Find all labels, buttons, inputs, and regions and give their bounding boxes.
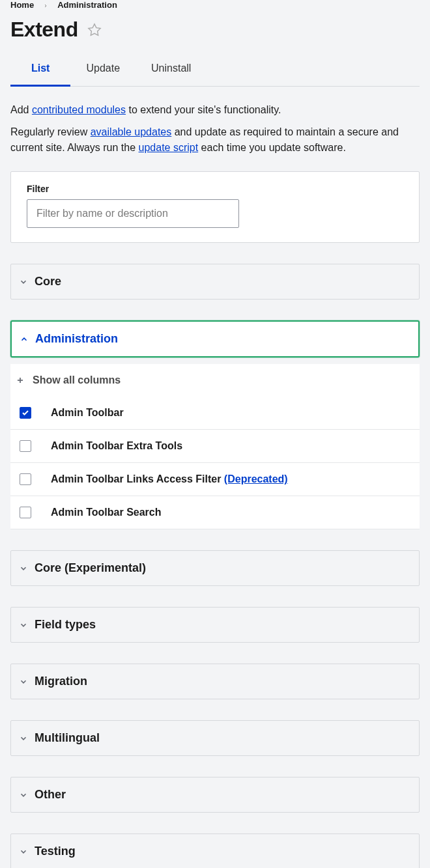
tab-list[interactable]: List	[10, 53, 70, 87]
section-field-types: Field types	[10, 607, 420, 643]
intro-text-2: to extend your site's functionality.	[126, 104, 281, 115]
section-core: Core	[10, 264, 420, 300]
deprecated-link[interactable]: (Deprecated)	[224, 473, 288, 484]
show-all-columns-label: Show all columns	[33, 374, 121, 386]
section-header-multilingual[interactable]: Multilingual	[11, 721, 419, 755]
module-row: Admin Toolbar Extra Tools	[10, 430, 420, 463]
chevron-up-icon	[20, 335, 29, 344]
available-updates-link[interactable]: available updates	[91, 126, 172, 137]
star-icon[interactable]	[87, 23, 102, 37]
section-testing: Testing	[10, 833, 420, 868]
module-row: Admin Toolbar	[10, 397, 420, 430]
section-migration: Migration	[10, 664, 420, 699]
update-script-link[interactable]: update script	[139, 142, 199, 153]
module-name: Admin Toolbar Search	[51, 507, 162, 518]
module-checkbox[interactable]	[20, 440, 31, 452]
page-title-row: Extend	[10, 18, 420, 42]
chevron-right-icon	[43, 1, 48, 10]
section-title: Field types	[35, 618, 96, 632]
tab-uninstall[interactable]: Uninstall	[136, 53, 207, 86]
section-header-core[interactable]: Core	[11, 264, 419, 299]
module-name: Admin Toolbar Links Access Filter (Depre…	[51, 473, 288, 485]
section-administration: Administration	[10, 320, 420, 357]
section-header-field-types[interactable]: Field types	[11, 608, 419, 642]
module-list: Show all columns Admin Toolbar Admin Too…	[10, 364, 420, 529]
chevron-down-icon	[19, 621, 28, 630]
section-header-migration[interactable]: Migration	[11, 664, 419, 699]
chevron-down-icon	[19, 677, 28, 686]
breadcrumb-current: Administration	[57, 0, 117, 10]
filter-label: Filter	[27, 184, 403, 194]
module-row: Admin Toolbar Search	[10, 496, 420, 529]
section-title: Administration	[35, 332, 118, 346]
section-title: Migration	[35, 675, 87, 688]
section-header-administration[interactable]: Administration	[12, 322, 418, 356]
section-multilingual: Multilingual	[10, 720, 420, 756]
section-header-other[interactable]: Other	[11, 777, 419, 812]
section-title: Core	[35, 275, 61, 288]
section-header-testing[interactable]: Testing	[11, 834, 419, 868]
module-name-text: Admin Toolbar Links Access Filter	[51, 473, 224, 484]
module-row: Admin Toolbar Links Access Filter (Depre…	[10, 463, 420, 496]
chevron-down-icon	[19, 847, 28, 856]
chevron-down-icon	[19, 791, 28, 800]
intro-text: Add contributed modules to extend your s…	[10, 102, 420, 156]
chevron-down-icon	[19, 564, 28, 573]
intro-text-3: Regularly review	[10, 126, 91, 137]
section-other: Other	[10, 777, 420, 813]
show-all-columns-toggle[interactable]: Show all columns	[10, 364, 420, 397]
tabs: List Update Uninstall	[10, 53, 420, 87]
chevron-down-icon	[19, 734, 28, 743]
tab-update[interactable]: Update	[70, 53, 136, 86]
section-title: Other	[35, 788, 66, 802]
section-title: Core (Experimental)	[35, 561, 146, 575]
intro-text-5: each time you update software.	[198, 142, 346, 153]
svg-marker-0	[89, 23, 100, 35]
section-header-core-experimental[interactable]: Core (Experimental)	[11, 551, 419, 585]
module-name: Admin Toolbar	[51, 407, 124, 419]
filter-box: Filter	[10, 171, 420, 243]
breadcrumb: Home Administration	[10, 0, 420, 10]
filter-input[interactable]	[27, 199, 239, 228]
plus-icon	[16, 376, 25, 385]
section-title: Multilingual	[35, 731, 100, 745]
module-name: Admin Toolbar Extra Tools	[51, 440, 182, 452]
module-checkbox[interactable]	[20, 407, 31, 419]
intro-text-1: Add	[10, 104, 32, 115]
contributed-modules-link[interactable]: contributed modules	[32, 104, 126, 115]
section-title: Testing	[35, 845, 76, 858]
chevron-down-icon	[19, 277, 28, 287]
breadcrumb-home[interactable]: Home	[10, 0, 34, 10]
module-checkbox[interactable]	[20, 507, 31, 518]
page-title: Extend	[10, 18, 78, 42]
section-core-experimental: Core (Experimental)	[10, 550, 420, 586]
module-checkbox[interactable]	[20, 473, 31, 485]
